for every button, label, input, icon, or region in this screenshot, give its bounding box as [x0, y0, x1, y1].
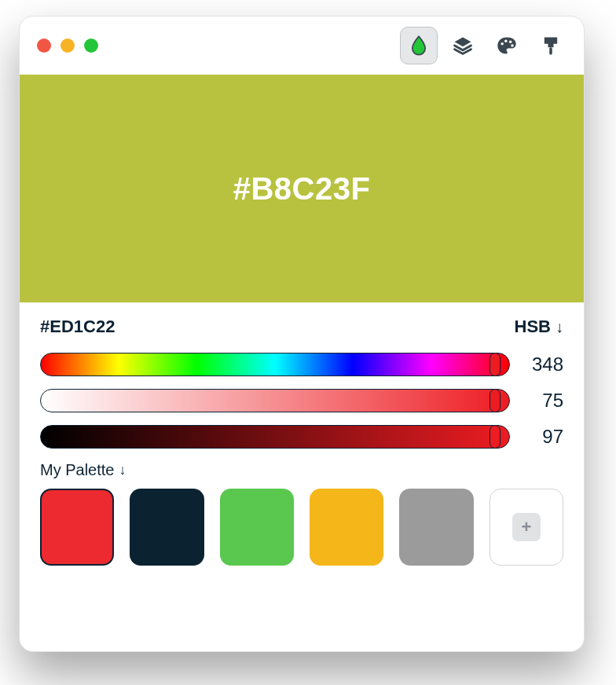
brightness-slider[interactable]: [40, 425, 510, 449]
palette-swatch[interactable]: [220, 489, 294, 566]
saturation-value: 75: [526, 390, 563, 412]
palette-swatch[interactable]: [399, 489, 473, 566]
svg-rect-4: [549, 47, 552, 54]
color-picker-window: #B8C23F #ED1C22 HSB ↓ 348 75 97: [19, 16, 585, 652]
palette-icon: [496, 35, 518, 57]
chevron-down-icon: ↓: [119, 462, 126, 478]
palette-selector[interactable]: My Palette ↓: [40, 461, 563, 479]
plus-icon: +: [512, 513, 541, 541]
current-hex-label[interactable]: #ED1C22: [40, 317, 115, 337]
palette-swatch[interactable]: [40, 489, 114, 566]
color-mode-selector[interactable]: HSB ↓: [515, 317, 563, 337]
traffic-lights: [37, 38, 98, 53]
svg-point-2: [509, 41, 512, 44]
palette-swatch[interactable]: [130, 489, 204, 566]
maximize-window-button[interactable]: [84, 38, 98, 53]
hue-slider[interactable]: [40, 353, 510, 376]
preview-hex-label: #B8C23F: [233, 171, 371, 207]
drop-icon: [408, 35, 430, 57]
svg-point-3: [511, 44, 514, 47]
layers-tool-button[interactable]: [444, 27, 482, 64]
palette-swatch[interactable]: [310, 489, 383, 566]
palette-tool-button[interactable]: [488, 27, 526, 64]
toolbar: [400, 27, 570, 64]
svg-point-0: [500, 42, 504, 46]
hue-thumb[interactable]: [490, 353, 500, 376]
minimize-window-button[interactable]: [60, 38, 75, 53]
color-mode-label: HSB: [515, 317, 551, 337]
titlebar: [20, 16, 584, 75]
controls-panel: #ED1C22 HSB ↓ 348 75 97 My Palett: [20, 302, 584, 566]
brightness-thumb[interactable]: [490, 425, 500, 449]
color-preview: #B8C23F: [20, 75, 584, 302]
brightness-value: 97: [526, 426, 563, 448]
hue-value: 348: [526, 353, 563, 375]
saturation-slider[interactable]: [40, 389, 510, 412]
svg-point-1: [504, 39, 508, 42]
chevron-down-icon: ↓: [556, 318, 563, 336]
brush-icon: [540, 35, 562, 57]
drop-tool-button[interactable]: [400, 27, 438, 64]
close-window-button[interactable]: [37, 38, 51, 53]
brush-tool-button[interactable]: [532, 27, 570, 64]
palette-row: +: [40, 489, 563, 566]
palette-name: My Palette: [40, 461, 114, 479]
layers-icon: [452, 35, 474, 57]
add-swatch-button[interactable]: +: [490, 489, 563, 566]
saturation-thumb[interactable]: [490, 389, 500, 412]
